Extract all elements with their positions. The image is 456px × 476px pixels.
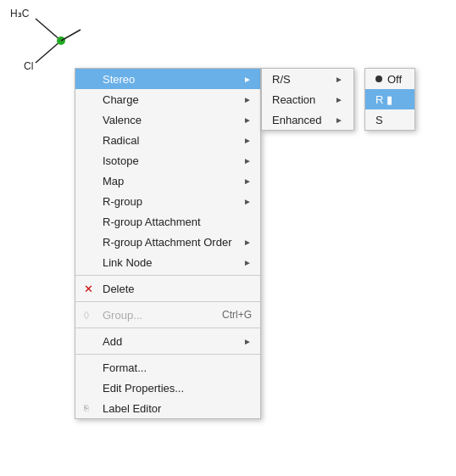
menu-item-rgroup-attachment[interactable]: R-group Attachment: [75, 211, 260, 232]
arrow-icon: ►: [243, 238, 252, 247]
arrow-icon: ►: [335, 95, 343, 104]
radio-dot-icon: [375, 76, 382, 82]
option-r[interactable]: R ▮: [365, 89, 414, 109]
menu-item-group[interactable]: 〈〉 Group... Ctrl+G: [75, 305, 260, 325]
submenu-rs-options: Off R ▮ S: [364, 68, 415, 131]
arrow-icon: ►: [243, 95, 252, 104]
submenu-item-rs[interactable]: R/S ►: [262, 69, 353, 89]
separator-1: [75, 275, 260, 276]
submenu-item-enhanced[interactable]: Enhanced ►: [262, 109, 353, 130]
label-editor-icon: ⎘: [84, 404, 88, 412]
menu-item-rgroup[interactable]: R-group ►: [75, 191, 260, 211]
separator-4: [75, 354, 260, 355]
group-icon: 〈〉: [84, 311, 89, 320]
arrow-icon: ►: [335, 115, 343, 125]
arrow-icon: ►: [335, 75, 343, 84]
arrow-icon: ►: [243, 136, 252, 145]
arrow-icon: ►: [243, 75, 252, 84]
svg-line-1: [36, 41, 61, 63]
menu-item-map[interactable]: Map ►: [75, 171, 260, 191]
menu-item-valence[interactable]: Valence ►: [75, 109, 260, 130]
separator-3: [75, 328, 260, 328]
submenu-item-reaction[interactable]: Reaction ►: [262, 89, 353, 109]
menu-item-link-node[interactable]: Link Node ►: [75, 252, 260, 272]
option-off[interactable]: Off: [365, 69, 414, 89]
arrow-icon: ►: [243, 337, 252, 346]
menu-item-edit-properties[interactable]: Edit Properties...: [75, 378, 260, 398]
arrow-icon: ►: [243, 115, 252, 125]
submenu-rs: R/S ► Reaction ► Enhanced ►: [261, 68, 354, 131]
menu-item-isotope[interactable]: Isotope ►: [75, 150, 260, 171]
arrow-icon: ►: [243, 156, 252, 165]
svg-line-0: [36, 19, 61, 41]
cursor-icon: ▮: [386, 93, 392, 106]
menu-item-delete[interactable]: ✕ Delete: [75, 278, 260, 299]
h3c-label: H₃C: [10, 8, 30, 20]
menu-item-rgroup-attachment-order[interactable]: R-group Attachment Order ►: [75, 232, 260, 252]
menu-item-format[interactable]: Format...: [75, 357, 260, 378]
menu-item-label-editor[interactable]: ⎘ Label Editor: [75, 398, 260, 418]
menu-item-stereo[interactable]: Stereo ►: [75, 69, 260, 89]
menu-item-add[interactable]: Add ►: [75, 331, 260, 351]
svg-line-2: [61, 30, 81, 41]
arrow-icon: ►: [243, 176, 252, 186]
cl-label: Cl: [24, 60, 33, 72]
group-shortcut: Ctrl+G: [222, 309, 252, 321]
menu-item-charge[interactable]: Charge ►: [75, 89, 260, 109]
menu-item-radical[interactable]: Radical ►: [75, 130, 260, 150]
arrow-icon: ►: [243, 197, 252, 206]
context-menu: Stereo ► Charge ► Valence ► Radical ► Is…: [75, 68, 261, 419]
option-s[interactable]: S: [365, 109, 414, 130]
separator-2: [75, 301, 260, 302]
delete-icon: ✕: [84, 283, 93, 295]
arrow-icon: ►: [243, 258, 252, 267]
